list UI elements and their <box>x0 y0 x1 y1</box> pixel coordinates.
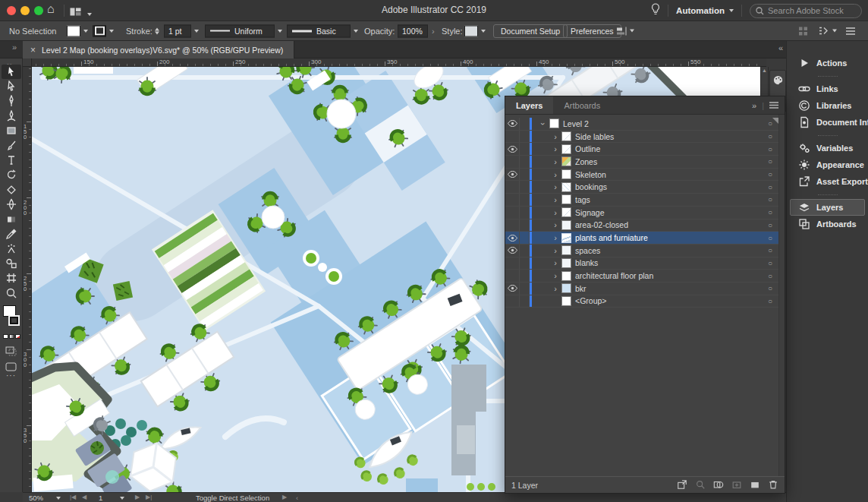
target-circle[interactable]: ○ <box>762 272 778 280</box>
layer-thumbnail[interactable] <box>561 131 571 141</box>
lock-toggle[interactable] <box>520 143 530 155</box>
lock-toggle[interactable] <box>520 156 530 168</box>
zoom-level-field[interactable]: 50% <box>29 494 43 502</box>
stroke-weight-field[interactable]: 1 pt <box>164 24 191 37</box>
status-expand-icon[interactable]: ‹ <box>296 494 298 502</box>
layer-thumbnail[interactable] <box>561 182 571 192</box>
layer-row[interactable]: › Skeleton ○ <box>505 169 778 182</box>
layer-name[interactable]: bookings <box>575 182 762 191</box>
minimize-window-button[interactable] <box>20 6 30 15</box>
artboard-chevron-icon[interactable] <box>120 497 124 500</box>
layer-thumbnail[interactable] <box>561 156 571 166</box>
none-button[interactable] <box>15 334 20 339</box>
layer-name[interactable]: spaces <box>575 246 762 255</box>
style-swatch[interactable] <box>464 25 478 36</box>
target-circle[interactable]: ○ <box>762 259 778 267</box>
visibility-toggle[interactable] <box>505 143 520 155</box>
layer-name[interactable]: <Group> <box>575 296 762 305</box>
new-sublayer-button[interactable] <box>731 479 742 491</box>
last-artboard-icon[interactable]: ▶| <box>146 494 152 500</box>
layer-thumbnail[interactable] <box>561 283 571 293</box>
pen-tool[interactable] <box>2 94 21 109</box>
visibility-toggle[interactable] <box>505 118 520 130</box>
new-layer-button[interactable] <box>750 479 760 491</box>
workspace-switcher[interactable]: Automation <box>676 6 734 15</box>
paintbrush-tool[interactable] <box>2 138 21 153</box>
layer-name[interactable]: architectural floor plan <box>575 271 762 280</box>
brush-chevron-icon[interactable] <box>354 30 358 33</box>
disclosure-arrow[interactable]: › <box>550 170 561 179</box>
target-circle[interactable]: ○ <box>762 284 778 292</box>
width-profile-chevron-icon[interactable] <box>278 30 282 33</box>
dock-item-variables[interactable]: Variables <box>790 140 865 156</box>
layer-row[interactable]: › area-02-closed ○ <box>505 219 778 232</box>
lock-toggle[interactable] <box>520 181 530 193</box>
visibility-toggle[interactable] <box>505 257 520 270</box>
layer-row[interactable]: › Zones ○ <box>505 156 778 169</box>
layer-row[interactable]: › bkr ○ <box>505 283 778 295</box>
rotate-tool[interactable] <box>2 168 21 182</box>
direct-selection-tool[interactable] <box>2 79 21 93</box>
document-arrangement-icon[interactable] <box>818 26 837 36</box>
layer-thumbnail[interactable] <box>561 233 571 243</box>
document-setup-button[interactable]: Document Setup <box>493 24 568 38</box>
disclosure-arrow[interactable]: › <box>550 132 561 141</box>
document-tab[interactable]: × Level 2 Map (booking overlays)V6.svg* … <box>23 41 294 58</box>
layer-row[interactable]: › blanks ○ <box>505 257 778 270</box>
visibility-toggle[interactable] <box>505 219 520 232</box>
close-document-icon[interactable]: × <box>30 45 36 55</box>
preferences-button[interactable]: Preferences <box>563 24 621 38</box>
arrange-documents-icon[interactable] <box>70 5 92 19</box>
close-window-button[interactable] <box>7 6 16 15</box>
visibility-toggle[interactable] <box>505 270 520 282</box>
target-circle[interactable]: ○ <box>762 183 778 191</box>
home-icon[interactable]: ⌂ <box>47 2 55 16</box>
layer-row[interactable]: › bookings ○ <box>505 181 778 194</box>
gradient-tool[interactable] <box>2 212 21 226</box>
symbol-sprayer-tool[interactable] <box>2 242 21 256</box>
lock-toggle[interactable] <box>520 257 530 270</box>
lock-toggle[interactable] <box>520 283 530 295</box>
locate-object-button[interactable] <box>695 479 706 491</box>
lock-toggle[interactable] <box>520 118 530 130</box>
visibility-toggle[interactable] <box>505 295 520 308</box>
drawing-modes-icon[interactable] <box>5 346 17 359</box>
tab-layers[interactable]: Layers <box>505 96 553 114</box>
first-artboard-icon[interactable]: |◀ <box>70 494 76 500</box>
scroll-up-icon[interactable]: ▲ <box>762 68 767 73</box>
layer-row[interactable]: › Outline ○ <box>505 143 778 156</box>
stroke-weight-stepper[interactable] <box>155 27 159 34</box>
layer-name[interactable]: Signage <box>575 208 762 217</box>
target-circle[interactable]: ○ <box>762 297 778 305</box>
lock-toggle[interactable] <box>520 131 530 143</box>
rectangle-tool[interactable] <box>2 124 21 138</box>
menu-list-icon[interactable] <box>845 27 856 35</box>
artboard-tool[interactable] <box>2 271 21 286</box>
layer-name[interactable]: tags <box>575 195 762 204</box>
disclosure-arrow[interactable]: › <box>550 258 561 267</box>
dock-item-libraries[interactable]: Libraries <box>790 97 865 114</box>
ruler-origin-corner[interactable] <box>23 58 32 67</box>
layer-thumbnail[interactable] <box>561 296 571 306</box>
layer-name[interactable]: plants and furniature <box>575 233 762 242</box>
lock-toggle[interactable] <box>520 194 530 206</box>
fill-chevron-icon[interactable] <box>83 30 88 33</box>
layer-thumbnail[interactable] <box>561 144 571 154</box>
layer-row[interactable]: › architectural floor plan ○ <box>505 270 778 283</box>
color-button[interactable] <box>3 334 8 339</box>
stroke-indicator[interactable] <box>8 315 20 326</box>
layer-name[interactable]: Level 2 <box>563 119 762 128</box>
target-circle[interactable]: ○ <box>762 246 778 254</box>
lock-toggle[interactable] <box>520 219 530 232</box>
opacity-expand-icon[interactable]: › <box>432 27 435 36</box>
layer-name[interactable]: blanks <box>575 258 762 267</box>
lock-toggle[interactable] <box>520 232 530 244</box>
layer-thumbnail[interactable] <box>561 194 571 204</box>
stroke-weight-chevron-icon[interactable] <box>194 30 199 33</box>
dock-item-document-info[interactable]: Document Info <box>790 114 865 131</box>
disclosure-arrow[interactable]: › <box>550 144 561 153</box>
next-artboard-icon[interactable]: ▶ <box>135 494 140 500</box>
lock-toggle[interactable] <box>520 295 530 308</box>
gradient-button[interactable] <box>9 334 14 339</box>
target-circle[interactable]: ○ <box>762 195 778 204</box>
